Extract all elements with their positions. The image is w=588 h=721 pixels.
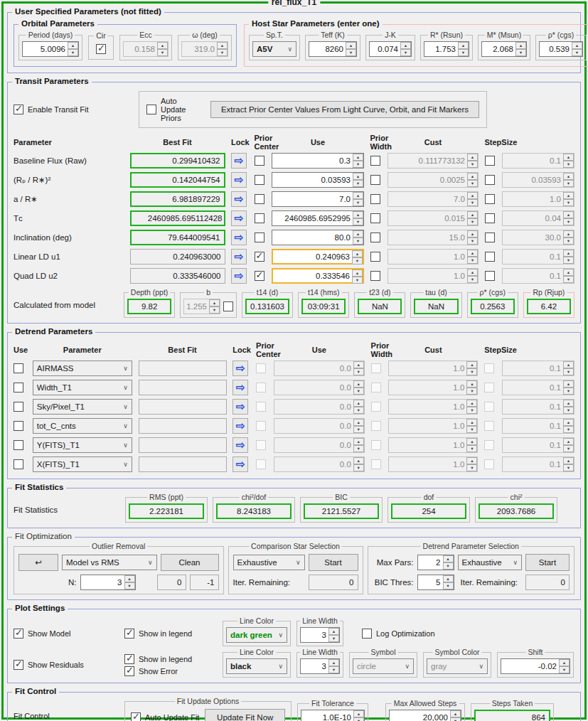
log-optimization[interactable]: Log Optimization [362, 629, 435, 639]
detrend-parameter-dropdown[interactable]: tot_C_cnts∨ [33, 418, 132, 434]
detrend-parameter-dropdown[interactable]: Width_T1∨ [33, 380, 132, 395]
copy-to-prior-button[interactable]: ⇨ [232, 360, 248, 376]
step-size-spinner[interactable]: 0.04▲▼ [502, 210, 574, 226]
prior-center-spinner[interactable]: 0.0▲▼ [274, 418, 365, 434]
extract-prior-center-button[interactable]: Extract Prior Center Values From Light C… [210, 101, 479, 118]
prior-center-spinner[interactable]: 0.0▲▼ [274, 437, 365, 453]
custom-step-checkbox[interactable] [484, 459, 494, 469]
rho-spinner[interactable]: 0.539 ▲▼ [539, 41, 583, 57]
copy-to-prior-button[interactable]: ⇨ [231, 268, 247, 284]
outlier-method-dropdown[interactable]: Model vs RMS∨ [62, 555, 157, 570]
custom-step-checkbox[interactable] [484, 383, 494, 392]
symbol-color-dropdown[interactable]: gray∨ [427, 658, 488, 674]
auto-update-fit-checkbox[interactable] [131, 712, 141, 721]
step-size-spinner[interactable]: 0.1▲▼ [502, 456, 574, 472]
symbol-dropdown[interactable]: circle∨ [353, 658, 414, 674]
lock-checkbox[interactable] [255, 252, 264, 262]
copy-to-prior-button[interactable]: ⇨ [232, 399, 248, 415]
prior-center-spinner[interactable]: 0.0▲▼ [274, 380, 365, 395]
step-size-spinner[interactable]: 0.1▲▼ [502, 153, 574, 169]
custom-step-checkbox[interactable] [484, 440, 494, 450]
prior-center-spinner[interactable]: 0.3▲▼ [272, 153, 364, 169]
copy-to-prior-button[interactable]: ⇨ [231, 210, 247, 226]
use-prior-checkbox[interactable] [370, 271, 380, 281]
jk-spinner[interactable]: 0.074 ▲▼ [369, 41, 412, 57]
prior-width-spinner[interactable]: 7.0▲▼ [387, 191, 479, 207]
use-prior-checkbox[interactable] [370, 213, 380, 223]
prior-width-spinner[interactable]: 0.0025▲▼ [387, 172, 479, 188]
use-detrend-checkbox[interactable] [14, 383, 23, 392]
step-size-spinner[interactable]: 0.1▲▼ [502, 418, 574, 434]
prior-width-spinner[interactable]: 1.0▲▼ [387, 268, 479, 284]
prior-center-spinner[interactable]: 0.0▲▼ [274, 456, 365, 472]
b-spinner[interactable]: 1.255▲▼ [183, 299, 220, 314]
auto-update-priors-checkbox[interactable] [146, 105, 156, 114]
prior-width-spinner[interactable]: 0.015▲▼ [387, 210, 479, 226]
use-detrend-checkbox[interactable] [14, 459, 23, 469]
prior-center-spinner[interactable]: 0.240963▲▼ [272, 249, 364, 265]
n-spinner[interactable]: 3▲▼ [80, 575, 136, 590]
prior-width-spinner[interactable]: 0.111773132▲▼ [387, 153, 479, 169]
lock-checkbox[interactable] [255, 233, 264, 242]
b-lock-checkbox[interactable] [223, 301, 233, 311]
lock-checkbox[interactable] [256, 402, 266, 412]
auto-update-fit[interactable]: Auto Update Fit [131, 712, 199, 721]
prior-width-spinner[interactable]: 1.0▲▼ [388, 456, 478, 472]
rstar-spinner[interactable]: 1.753 ▲▼ [424, 41, 469, 57]
lock-checkbox[interactable] [255, 175, 264, 185]
show-model-checkbox[interactable] [14, 629, 23, 639]
step-size-spinner[interactable]: 0.1▲▼ [502, 268, 574, 284]
copy-to-prior-button[interactable]: ⇨ [232, 456, 248, 472]
teff-spinner[interactable]: 8260 ▲▼ [309, 41, 357, 57]
model-line-width-spinner[interactable]: 3▲▼ [300, 627, 340, 643]
prior-center-spinner[interactable]: 0.03593▲▼ [272, 172, 364, 188]
step-size-spinner[interactable]: 0.1▲▼ [502, 399, 574, 415]
enable-transit-fit-checkbox[interactable] [14, 105, 23, 114]
step-size-spinner[interactable]: 0.1▲▼ [502, 380, 574, 395]
show-in-legend-checkbox[interactable] [124, 629, 134, 639]
residuals-show-in-legend[interactable]: Show in legend [124, 654, 217, 664]
prior-center-spinner[interactable]: 7.0▲▼ [272, 191, 364, 207]
comp-star-method-dropdown[interactable]: Exhaustive∨ [233, 555, 305, 570]
prior-center-spinner[interactable]: 80.0▲▼ [272, 230, 364, 245]
prior-width-spinner[interactable]: 1.0▲▼ [388, 437, 478, 453]
custom-step-checkbox[interactable] [485, 213, 495, 223]
bic-thres-spinner[interactable]: 5▲▼ [417, 575, 454, 590]
lock-checkbox[interactable] [256, 459, 266, 469]
custom-step-checkbox[interactable] [484, 363, 494, 373]
use-prior-checkbox[interactable] [371, 383, 381, 392]
lock-checkbox[interactable] [255, 194, 264, 204]
detrend-parameter-dropdown[interactable]: X(FITS)_T1∨ [33, 456, 132, 472]
spectral-type-dropdown[interactable]: A5V ∨ [252, 41, 296, 57]
mstar-spinner[interactable]: 2.068 ▲▼ [481, 41, 527, 57]
step-size-spinner[interactable]: 0.03593▲▼ [502, 172, 574, 188]
detrend-sel-start-button[interactable]: Start [525, 554, 570, 571]
prior-center-spinner[interactable]: 0.0▲▼ [274, 399, 365, 415]
use-prior-checkbox[interactable] [370, 233, 380, 242]
residuals-line-color-dropdown[interactable]: black∨ [226, 658, 287, 674]
lock-checkbox[interactable] [256, 383, 266, 392]
copy-to-prior-button[interactable]: ⇨ [231, 230, 247, 245]
lock-checkbox[interactable] [255, 213, 264, 223]
period-spinner[interactable]: 5.0096 ▲▼ [22, 41, 79, 57]
show-model[interactable]: Show Model [14, 629, 119, 639]
detrend-parameter-dropdown[interactable]: AIRMASS∨ [33, 360, 132, 376]
residuals-show-error[interactable]: Show Error [124, 666, 217, 676]
undo-outlier-button[interactable]: ↩ [18, 554, 58, 571]
copy-to-prior-button[interactable]: ⇨ [231, 172, 247, 188]
copy-to-prior-button[interactable]: ⇨ [231, 191, 247, 207]
use-detrend-checkbox[interactable] [14, 421, 23, 431]
prior-width-spinner[interactable]: 15.0▲▼ [387, 230, 479, 245]
detrend-parameter-dropdown[interactable]: Sky/Pixel_T1∨ [33, 399, 132, 415]
detrend-parameter-dropdown[interactable]: Y(FITS)_T1∨ [33, 437, 132, 453]
custom-step-checkbox[interactable] [485, 271, 495, 281]
prior-width-spinner[interactable]: 1.0▲▼ [388, 399, 478, 415]
use-prior-checkbox[interactable] [371, 421, 381, 431]
lock-checkbox[interactable] [256, 440, 266, 450]
model-line-color-dropdown[interactable]: dark green∨ [226, 627, 287, 643]
custom-step-checkbox[interactable] [485, 194, 495, 204]
clean-button[interactable]: Clean [161, 554, 219, 571]
comp-star-start-button[interactable]: Start [309, 554, 358, 571]
model-show-in-legend[interactable]: Show in legend [124, 629, 217, 639]
show-residuals[interactable]: Show Residuals [14, 660, 119, 670]
